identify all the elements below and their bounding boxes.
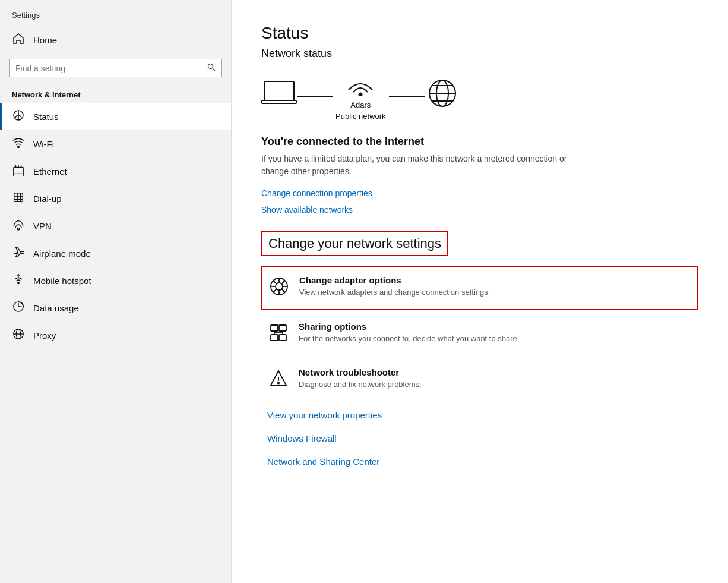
network-type: Public network (335, 112, 386, 121)
network-sharing-center-link[interactable]: Network and Sharing Center (261, 450, 698, 472)
page-title: Status (261, 24, 698, 43)
svg-rect-24 (264, 81, 294, 100)
change-network-heading: Change your network settings (261, 231, 448, 256)
sidebar-item-label: Wi-Fi (33, 139, 54, 149)
wifi-icon (12, 137, 25, 151)
section-title: Network & Internet (0, 84, 231, 103)
troubleshooter-title: Network troubleshooter (299, 367, 422, 377)
change-connection-link[interactable]: Change connection properties (261, 188, 698, 198)
line-1 (297, 96, 333, 97)
network-center: Adars Public network (335, 72, 386, 121)
network-status-label: Network status (261, 48, 698, 60)
data-usage-icon (12, 301, 25, 315)
svg-rect-5 (14, 167, 23, 174)
home-label: Home (33, 35, 57, 45)
sidebar-item-proxy[interactable]: Proxy (0, 322, 231, 349)
troubleshooter-text: Network troubleshooter Diagnose and fix … (299, 367, 422, 390)
troubleshooter-icon (268, 368, 289, 393)
svg-rect-25 (262, 100, 296, 103)
globe-icon (425, 77, 460, 116)
sidebar-item-status[interactable]: Status (0, 103, 231, 130)
vpn-icon (12, 219, 25, 233)
sidebar-item-label: Status (33, 112, 59, 122)
sidebar-item-label: Dial-up (33, 194, 62, 204)
app-title: Settings (0, 0, 231, 26)
search-icon (207, 63, 216, 73)
line-2 (389, 96, 425, 97)
svg-point-26 (359, 93, 362, 96)
sidebar-item-label: VPN (33, 221, 52, 231)
windows-firewall-link[interactable]: Windows Firewall (261, 427, 698, 449)
svg-point-0 (208, 64, 213, 69)
sidebar-item-label: Ethernet (33, 166, 67, 177)
adapter-icon (268, 276, 290, 301)
sharing-title: Sharing options (299, 322, 519, 332)
hotspot-icon (12, 273, 25, 288)
proxy-icon (12, 328, 25, 342)
svg-rect-42 (271, 325, 278, 331)
troubleshooter-item[interactable]: Network troubleshooter Diagnose and fix … (261, 358, 698, 402)
svg-point-50 (278, 382, 279, 383)
connected-sub: If you have a limited data plan, you can… (261, 153, 570, 178)
search-box[interactable] (9, 59, 222, 77)
adapter-desc: View network adapters and change connect… (299, 287, 490, 298)
main-content: Status Network status Adars Public netwo… (232, 0, 728, 583)
sidebar-item-hotspot[interactable]: Mobile hotspot (0, 267, 231, 294)
svg-line-1 (213, 68, 215, 71)
sharing-desc: For the networks you connect to, decide … (299, 333, 519, 344)
svg-point-16 (17, 228, 20, 230)
adapter-options-item[interactable]: Change adapter options View network adap… (261, 266, 698, 310)
dialup-icon (12, 191, 25, 206)
sharing-icon (268, 323, 289, 347)
svg-line-39 (281, 289, 285, 292)
sidebar-item-vpn[interactable]: VPN (0, 212, 231, 239)
sharing-options-item[interactable]: Sharing options For the networks you con… (261, 313, 698, 356)
svg-rect-43 (279, 325, 286, 331)
adapter-text: Change adapter options View network adap… (299, 275, 490, 298)
sidebar-item-dialup[interactable]: Dial-up (0, 185, 231, 212)
sidebar-item-data[interactable]: Data usage (0, 294, 231, 322)
svg-line-38 (273, 281, 277, 284)
svg-point-17 (18, 282, 20, 284)
network-name: Adars (350, 100, 371, 109)
svg-line-40 (281, 281, 285, 284)
home-icon (12, 33, 25, 47)
svg-point-4 (18, 146, 20, 148)
sidebar-item-ethernet[interactable]: Ethernet (0, 157, 231, 185)
sidebar-item-label: Data usage (33, 303, 79, 313)
sidebar-item-label: Proxy (33, 330, 56, 341)
ethernet-icon (12, 164, 25, 178)
status-icon (12, 109, 25, 124)
svg-rect-45 (279, 335, 286, 341)
sidebar-item-label: Mobile hotspot (33, 276, 91, 286)
sidebar-item-airplane[interactable]: Airplane mode (0, 239, 231, 267)
troubleshooter-desc: Diagnose and fix network problems. (299, 379, 422, 390)
sidebar: Settings Home Network & Internet Stat (0, 0, 232, 583)
sharing-text: Sharing options For the networks you con… (299, 322, 519, 344)
svg-rect-11 (14, 193, 23, 202)
adapter-title: Change adapter options (299, 275, 490, 285)
connected-heading: You're connected to the Internet (261, 135, 698, 148)
view-network-properties-link[interactable]: View your network properties (261, 404, 698, 426)
show-networks-link[interactable]: Show available networks (261, 205, 698, 215)
laptop-icon (261, 78, 297, 114)
network-diagram: Adars Public network (261, 72, 698, 121)
svg-rect-44 (271, 335, 278, 341)
sidebar-item-wifi[interactable]: Wi-Fi (0, 130, 231, 157)
home-nav-item[interactable]: Home (0, 26, 231, 54)
wifi-signal-icon (346, 72, 375, 98)
svg-line-41 (273, 289, 277, 292)
airplane-icon (12, 246, 25, 260)
search-input[interactable] (15, 64, 202, 73)
sidebar-item-label: Airplane mode (33, 248, 91, 259)
